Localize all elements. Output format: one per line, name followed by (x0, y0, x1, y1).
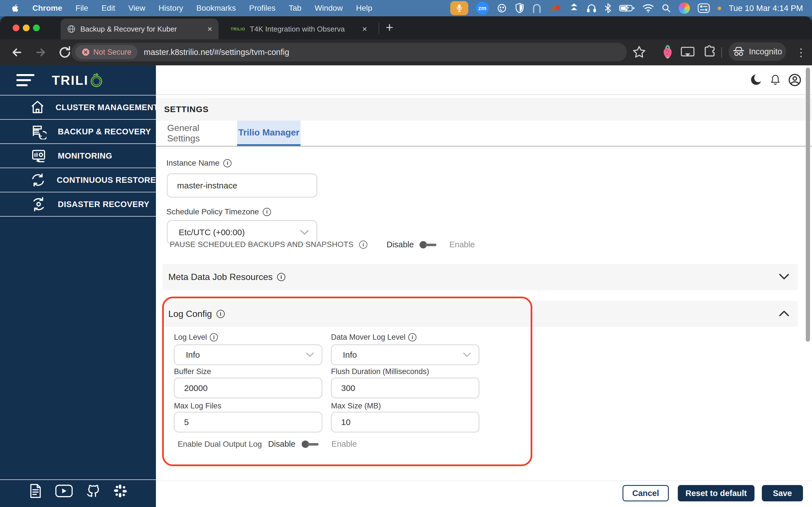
menu-profiles[interactable]: Profiles (249, 4, 275, 13)
menu-edit[interactable]: Edit (101, 4, 115, 13)
data-mover-select[interactable]: Info (331, 344, 479, 365)
stacked-chevrons-icon[interactable] (569, 3, 579, 14)
info-icon[interactable] (359, 240, 367, 249)
cast-icon[interactable] (680, 46, 695, 60)
bookmark-star-icon[interactable] (632, 45, 646, 60)
log-config-section-header[interactable]: Log Config (162, 301, 798, 327)
menu-view[interactable]: View (128, 4, 145, 13)
info-icon[interactable] (277, 273, 285, 281)
browser-tab-inactive[interactable]: TRILIO T4K Integration with Observa (225, 18, 372, 40)
incognito-badge: Incognito (728, 42, 786, 61)
meta-band-title-row: Meta Data Job Resources (168, 272, 285, 282)
apple-logo-icon[interactable] (12, 4, 19, 12)
arc-app-icon[interactable] (532, 3, 542, 13)
tab-close-icon[interactable] (362, 25, 367, 33)
instance-name-input[interactable] (167, 173, 317, 198)
paw-status-icon[interactable] (549, 3, 562, 13)
info-icon[interactable] (263, 208, 271, 216)
menu-help[interactable]: Help (356, 4, 372, 13)
extensions-puzzle-icon[interactable] (703, 45, 717, 60)
slack-icon[interactable] (113, 484, 128, 499)
menu-tab[interactable]: Tab (289, 4, 301, 13)
docs-icon[interactable] (29, 483, 43, 500)
reset-to-default-button[interactable]: Reset to default (678, 485, 755, 501)
tab-general-settings[interactable]: General Settings (167, 121, 226, 146)
max-log-files-label: Max Log Files (174, 402, 221, 410)
trilio-logo-o-icon (89, 72, 104, 88)
github-icon[interactable] (86, 484, 101, 499)
scrollbar-thumb[interactable] (806, 68, 810, 342)
battery-icon[interactable] (619, 3, 635, 13)
max-size-input[interactable] (331, 412, 479, 432)
dark-mode-moon-icon[interactable] (750, 73, 763, 87)
tab-trilio-manager[interactable]: Trilio Manager (237, 121, 301, 146)
buffer-size-input[interactable] (174, 378, 322, 398)
not-secure-badge[interactable]: Not Secure (75, 45, 138, 59)
menu-bookmarks[interactable]: Bookmarks (196, 4, 236, 13)
tab-close-icon[interactable] (207, 25, 212, 33)
headphones-icon[interactable] (587, 3, 597, 13)
tab-title: T4K Integration with Observa (250, 25, 358, 34)
flush-duration-label: Flush Duration (Milliseconds) (331, 367, 429, 376)
disaster-recovery-icon (30, 196, 48, 212)
dual-output-toggle[interactable] (302, 440, 319, 448)
info-icon[interactable] (210, 333, 218, 341)
menu-history[interactable]: History (158, 4, 183, 13)
chevron-up-icon[interactable] (779, 311, 789, 318)
menu-chrome[interactable]: Chrome (33, 4, 62, 13)
menu-bar-clock[interactable]: Tue 10 Mar 4:14 PM (729, 4, 803, 13)
cancel-button[interactable]: Cancel (622, 485, 669, 501)
bluetooth-icon[interactable] (604, 3, 612, 13)
window-zoom-button[interactable] (33, 24, 40, 31)
sidebar-item-disaster-recovery[interactable]: DISASTER RECOVERY (0, 192, 156, 216)
microphone-in-use-icon[interactable] (450, 1, 468, 15)
back-button[interactable] (10, 45, 24, 61)
chevron-down-icon (300, 230, 309, 235)
notifications-bell-icon[interactable] (770, 74, 781, 86)
dual-disable-label: Disable (268, 439, 296, 449)
forward-button[interactable] (33, 45, 48, 61)
sidebar-item-backup-recovery[interactable]: BACKUP & RECOVERY (0, 120, 156, 144)
pause-toggle[interactable] (419, 241, 437, 249)
sidebar-item-continuous-restore[interactable]: CONTINUOUS RESTORE (0, 168, 156, 192)
flush-duration-input[interactable] (331, 378, 479, 398)
pause-enable-label: Enable (449, 240, 475, 249)
browser-tab-active[interactable]: Backup & Recovery for Kuber (61, 18, 218, 40)
wifi-icon[interactable] (643, 3, 654, 13)
info-icon[interactable] (216, 310, 225, 318)
window-minimize-button[interactable] (23, 24, 30, 31)
sidebar-item-monitoring[interactable]: MONITORING (0, 144, 156, 168)
dual-output-row: Enable Dual Output Log Disable Enable (177, 439, 357, 449)
meta-data-job-resources-section[interactable]: Meta Data Job Resources (162, 264, 798, 290)
extension-strawberry-icon[interactable] (661, 45, 674, 61)
trilio-logo[interactable]: TRILI (52, 72, 104, 88)
shield-icon[interactable] (515, 3, 524, 13)
buffer-size-label: Buffer Size (174, 367, 211, 376)
sidebar-brand-row: TRILI (0, 65, 156, 95)
spotlight-search-icon[interactable] (661, 3, 671, 13)
address-bar[interactable]: Not Secure master.k8strilio.net/#/settin… (71, 43, 627, 61)
browser-menu-button[interactable] (796, 46, 806, 59)
menu-window[interactable]: Window (315, 4, 343, 13)
account-avatar-icon[interactable] (788, 73, 802, 87)
control-center-icon[interactable] (698, 3, 710, 13)
new-tab-button[interactable] (386, 21, 393, 34)
not-secure-icon (82, 48, 90, 56)
chevron-down-icon[interactable] (779, 274, 789, 281)
reload-button[interactable] (57, 45, 72, 61)
photos-colorwheel-icon[interactable] (679, 3, 690, 14)
sidebar-item-cluster-management[interactable]: CLUSTER MANAGEMENT (0, 96, 156, 119)
info-icon[interactable] (408, 333, 416, 341)
dual-enable-label: Enable (332, 439, 357, 449)
hamburger-menu-icon[interactable] (16, 74, 35, 86)
headset-assistant-icon[interactable] (497, 3, 507, 13)
log-level-select[interactable]: Info (174, 344, 322, 365)
save-button[interactable]: Save (762, 485, 803, 501)
info-icon[interactable] (223, 159, 232, 167)
menu-file[interactable]: File (75, 4, 88, 13)
url-text[interactable]: master.k8strilio.net/#/settings/tvm-conf… (144, 48, 289, 57)
zoom-app-icon[interactable]: zm (476, 2, 489, 15)
window-close-button[interactable] (13, 24, 19, 31)
max-log-files-input[interactable] (174, 412, 322, 432)
youtube-icon[interactable] (55, 484, 73, 499)
